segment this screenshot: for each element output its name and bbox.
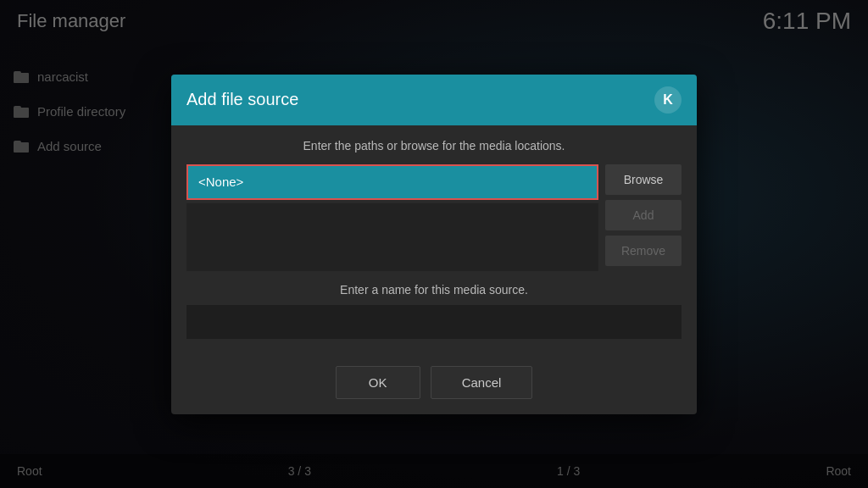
path-row: <None> Browse Add Remove	[186, 164, 682, 271]
modal-overlay: Add file source K Enter the paths or bro…	[0, 0, 868, 488]
dialog-body: Enter the paths or browse for the media …	[171, 125, 697, 352]
dialog-title: Add file source	[186, 90, 298, 109]
name-instruction: Enter a name for this media source.	[186, 283, 682, 297]
browse-button[interactable]: Browse	[605, 164, 682, 195]
add-button[interactable]: Add	[605, 200, 682, 230]
path-list-area	[186, 203, 598, 271]
name-section: Enter a name for this media source.	[186, 283, 682, 339]
path-selected-item[interactable]: <None>	[186, 164, 598, 200]
name-input[interactable]	[186, 305, 682, 339]
ok-button[interactable]: OK	[336, 366, 420, 399]
kodi-logo: K	[654, 86, 682, 114]
dialog-instruction: Enter the paths or browse for the media …	[186, 139, 682, 152]
add-file-source-dialog: Add file source K Enter the paths or bro…	[171, 75, 697, 414]
remove-button[interactable]: Remove	[605, 236, 682, 266]
dialog-header: Add file source K	[171, 75, 697, 125]
action-buttons: Browse Add Remove	[605, 164, 682, 271]
dialog-footer: OK Cancel	[171, 352, 697, 414]
kodi-logo-label: K	[663, 92, 673, 108]
cancel-button[interactable]: Cancel	[431, 366, 533, 399]
